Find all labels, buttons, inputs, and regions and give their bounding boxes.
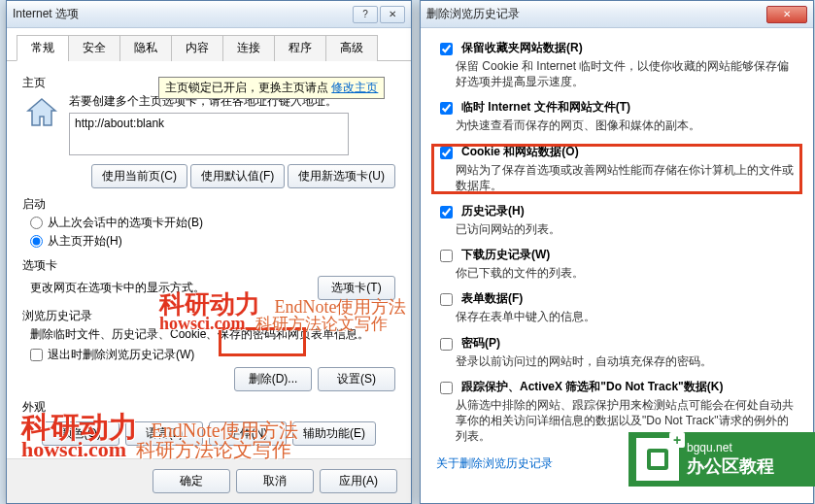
history-item-label-2: Cookie 和网站数据(O) [461,144,579,160]
history-item-checkbox-5[interactable] [440,293,453,306]
plus-icon: + [669,432,685,448]
tabs-button[interactable]: 选项卡(T) [318,276,395,300]
badge-icon: + [636,438,679,481]
history-group-label: 浏览历史记录 [22,308,395,324]
colors-button[interactable]: 颜色(O) [42,421,119,446]
startup-last-label: 从上次会话中的选项卡开始(B) [48,215,203,231]
left-footer: 确定 取消 应用(A) [7,458,411,503]
titlebar-left: Internet 选项 ? ✕ [7,1,411,28]
apply-button[interactable]: 应用(A) [320,469,397,493]
delete-on-exit-check[interactable]: 退出时删除浏览历史记录(W) [30,347,395,363]
startup-last-radio[interactable]: 从上次会话中的选项卡开始(B) [30,215,395,231]
startup-home-radio[interactable]: 从主页开始(H) [30,233,395,250]
history-item-checkbox-7[interactable] [440,382,453,394]
tab-advanced[interactable]: 高级 [325,35,378,61]
history-item-3: 历史记录(H)已访问网站的列表。 [436,203,798,237]
history-item-0: 保留收藏夹网站数据(R)保留 Cookie 和 Internet 临时文件，以使… [436,40,798,89]
window-title: Internet 选项 [13,6,79,22]
history-item-desc-5: 保存在表单中键入的信息。 [456,309,798,324]
history-item-desc-2: 网站为了保存首选项或改善网站性能而存储在你计算机上的文件或数据库。 [456,162,798,193]
history-item-checkbox-2[interactable] [440,147,453,159]
help-button[interactable]: ? [353,6,378,23]
tabs-desc: 更改网页在选项卡中的显示方式。 [30,280,318,296]
history-item-label-0: 保留收藏夹网站数据(R) [461,40,583,56]
language-button[interactable]: 语言(L) [125,421,203,446]
history-item-checkbox-3[interactable] [440,206,453,218]
tab-connections[interactable]: 连接 [222,35,275,61]
tab-security[interactable]: 安全 [68,35,120,61]
startup-last-radio-input[interactable] [30,217,43,229]
history-item-desc-3: 已访问网站的列表。 [456,221,798,237]
history-item-checkbox-4[interactable] [440,250,453,262]
startup-home-radio-input[interactable] [30,235,43,248]
history-item-label-1: 临时 Internet 文件和网站文件(T) [461,99,630,116]
history-settings-button[interactable]: 设置(S) [318,367,395,391]
fonts-button[interactable]: 字体(N) [209,421,287,446]
delete-on-exit-label: 退出时删除浏览历史记录(W) [48,347,194,363]
tab-content[interactable]: 内容 [171,35,223,61]
history-item-checkbox-0[interactable] [440,43,453,55]
history-desc: 删除临时文件、历史记录、Cookie、保存的密码和网页表单信息。 [30,326,395,343]
tabs-group-label: 选项卡 [22,257,395,274]
tab-privacy[interactable]: 隐私 [119,35,172,61]
startup-home-label: 从主页开始(H) [48,233,122,250]
close-button-right[interactable]: ✕ [766,6,807,23]
homepage-url-input[interactable] [69,113,349,155]
use-newtab-button[interactable]: 使用新选项卡(U) [288,164,395,188]
tooltip-link[interactable]: 修改主页 [331,81,378,94]
history-item-6: 密码(P)登录以前访问过的网站时，自动填充保存的密码。 [436,335,798,369]
tooltip-text: 主页锁定已开启，更换主页请点 [165,81,331,94]
history-item-4: 下载历史记录(W)你已下载的文件的列表。 [436,247,798,281]
startup-group-label: 启动 [22,196,395,213]
tab-general[interactable]: 常规 [17,35,69,61]
history-item-1: 临时 Internet 文件和网站文件(T)为快速查看而保存的网页、图像和媒体的… [436,99,798,133]
history-item-checkbox-6[interactable] [440,338,453,351]
delete-on-exit-checkbox[interactable] [30,349,43,361]
delete-history-window: 删除浏览历史记录 ✕ 保留收藏夹网站数据(R)保留 Cookie 和 Inter… [420,0,814,504]
svg-rect-1 [651,453,664,466]
history-delete-button[interactable]: 删除(D)... [234,367,312,391]
use-default-button[interactable]: 使用默认值(F) [190,164,285,188]
badge-url: bgqu.net [687,441,774,454]
tabs-strip: 常规 安全 隐私 内容 连接 程序 高级 [7,28,411,61]
internet-options-window: Internet 选项 ? ✕ 常规 安全 隐私 内容 连接 程序 高级 主页 … [6,0,412,504]
homepage-tooltip: 主页锁定已开启，更换主页请点 修改主页 [158,77,385,99]
titlebar-right: 删除浏览历史记录 ✕ [421,1,813,28]
accessibility-button[interactable]: 辅助功能(E) [292,421,376,446]
use-current-button[interactable]: 使用当前页(C) [91,164,187,188]
history-item-label-4: 下载历史记录(W) [461,247,550,263]
history-item-label-7: 跟踪保护、ActiveX 筛选和"Do Not Track"数据(K) [461,379,723,395]
tab-programs[interactable]: 程序 [274,35,326,61]
history-item-2: Cookie 和网站数据(O)网站为了保存首选项或改善网站性能而存储在你计算机上… [436,144,798,193]
history-item-label-3: 历史记录(H) [461,203,525,219]
history-item-desc-4: 你已下载的文件的列表。 [456,265,798,281]
history-item-desc-1: 为快速查看而保存的网页、图像和媒体的副本。 [456,118,798,133]
ok-button[interactable]: 确定 [153,469,230,493]
history-item-checkbox-1[interactable] [440,102,453,115]
history-item-desc-0: 保留 Cookie 和 Internet 临时文件，以使你收藏的网站能够保存偏好… [456,58,798,89]
history-item-label-5: 表单数据(F) [461,290,523,307]
history-item-desc-6: 登录以前访问过的网站时，自动填充保存的密码。 [456,353,798,369]
right-window-title: 删除浏览历史记录 [426,6,520,22]
left-body: 主页 若要创建多个主页选项卡，请在各地址行键入地址。 使用当前页(C) 使用默认… [7,61,411,455]
site-badge: + bgqu.net 办公区教程 [628,432,815,487]
history-item-label-6: 密码(P) [461,335,500,352]
close-button-left[interactable]: ✕ [380,6,405,23]
about-delete-link[interactable]: 关于删除浏览历史记录 [436,456,553,470]
badge-title: 办公区教程 [687,454,774,478]
history-item-5: 表单数据(F)保存在表单中键入的信息。 [436,290,798,324]
cancel-button[interactable]: 取消 [236,469,314,493]
home-icon [22,93,61,132]
appearance-group-label: 外观 [22,399,395,416]
